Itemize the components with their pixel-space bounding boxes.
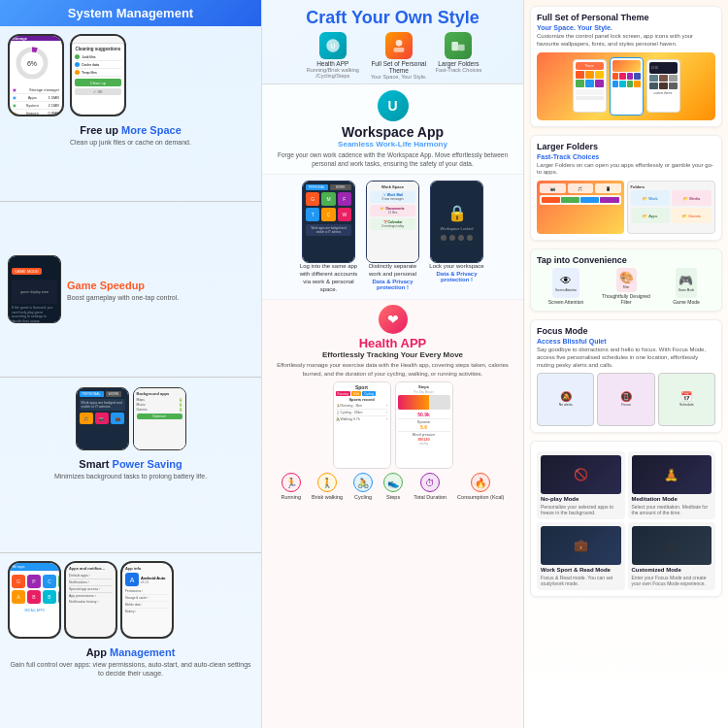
game-section: GAME MODE game display area If the game … (0, 202, 261, 378)
ws-link-3[interactable]: Data & Privacy protection ! (428, 271, 486, 282)
focus-mode-desc: Say goodbye to distractions and hello to… (537, 347, 715, 369)
svg-point-5 (395, 40, 402, 47)
ws-screenshot-2: Work Space 📧 Work Mail 3 new messages 📂 … (364, 181, 422, 293)
craft-subtitle-row: U Health APP Running/Brisk walking /Cycl… (272, 32, 513, 80)
craft-theme-label: Full Set of Personal Theme (370, 60, 428, 74)
tap-screen-label: Screen Attention (548, 299, 584, 305)
craft-health-label: Health APP (316, 60, 348, 67)
mode-meditation: 🧘 Meditation Mode Select your meditation… (628, 451, 716, 519)
left-sections: Storage 6% ▣Storage mana (0, 26, 261, 728)
customized-phone: ⚙ (632, 526, 712, 565)
theme-phones-display: Theme (537, 52, 715, 120)
game-title: Game Speedup (67, 280, 179, 291)
folders-section: Larger Folders Fast-Track Choices Larger… (530, 135, 722, 242)
theme-title-area: Full Set of Personal Theme Your Space. Y… (537, 13, 715, 49)
ws-phone-2: Work Space 📧 Work Mail 3 new messages 📂 … (366, 181, 419, 263)
ws-link-2[interactable]: Data & Privacy protection ! (364, 279, 422, 290)
theme-phone-display-3: 12:30 custom theme (646, 59, 680, 113)
tap-filter: 🎨 Filter Thoughtfully Designed Filter (597, 268, 655, 305)
free-space-desc: Clean up junk files or cache on demand. (70, 138, 191, 147)
modes-grid: 🚫 No-play Mode Personalize your selected… (537, 451, 715, 590)
no-play-phone: 🚫 (541, 455, 621, 494)
craft-title: Craft Your Own Style (272, 8, 513, 28)
customized-title: Customized Mode (632, 567, 712, 573)
svg-text:U: U (330, 43, 335, 50)
health-desc: Effortlessly manage your exercise data w… (272, 361, 513, 378)
theme-section: Full Set of Personal Theme Your Space. Y… (530, 6, 722, 127)
folders-phone-2: Folders 📂 Work 📂 Media 📂 Apps 📂 Games (627, 181, 716, 234)
craft-item-folders: Larger Folders Fast-Track Choices (436, 32, 481, 80)
theme-phone-display-2 (610, 57, 644, 116)
app-mgmt-phone-3: App info A Android Autov8.2.6 Permission… (120, 561, 174, 639)
ws-phone-1: PERSONAL WORK G M F T C W Work apps (302, 181, 355, 263)
storage-donut: 6% (13, 44, 51, 83)
health-subtitle: Effortlessly Tracking Your Every Move (272, 350, 513, 359)
ws-desc-3: Lock your workspace (429, 263, 483, 271)
folders-phone-1: 📷 🎵 📱 (537, 181, 624, 234)
health-logo: ❤ (379, 305, 408, 334)
app-mgmt-desc: Gain full control over apps: view permis… (8, 660, 253, 678)
mode-work-sport: 💼 Work Sport & Read Mode Focus & Read mo… (537, 522, 625, 590)
focus-mode-section: Focus Mode Access Blissful Quiet Say goo… (530, 319, 722, 432)
power-phone-1: PERSONAL WORK Work apps are badged and v… (76, 387, 129, 450)
workspace-section: U Workspace App Seamless Work-Life Harmo… (262, 84, 523, 175)
ws-desc-1: Log into the same app with different acc… (300, 263, 358, 293)
meditation-desc: Select your meditation. Meditate for the… (632, 504, 712, 515)
workspace-subtitle: Seamless Work-Life Harmony (272, 140, 513, 149)
power-phones: PERSONAL WORK Work apps are badged and v… (76, 387, 186, 450)
folders-phones-row: 📷 🎵 📱 Folders (537, 181, 715, 234)
workspace-title: Workspace App (272, 124, 513, 140)
health-section: ❤ Health APP Effortlessly Tracking Your … (262, 300, 523, 728)
theme-section-title: Full Set of Personal Theme (537, 13, 715, 22)
power-title: Smart Power Saving (54, 458, 207, 470)
tap-convenience-section: Tap into Convenience 👁 Screen Attention … (530, 248, 722, 312)
free-space-title: Free up More Space (70, 124, 191, 136)
cleaning-phone: Cleaning suggestions Junk files Cache da… (70, 34, 126, 116)
game-phone: GAME MODE game display area If the game … (8, 255, 61, 323)
focus-mode-subtitle: Access Blissful Quiet (537, 338, 715, 345)
tap-phone-filter: 🎨 Filter (616, 268, 637, 292)
svg-rect-7 (452, 42, 459, 50)
theme-section-subtitle: Your Space. Your Style. (537, 24, 715, 31)
focus-phone-1: 🔕 No alerts (537, 373, 594, 426)
workspace-screenshots: PERSONAL WORK G M F T C W Work apps (262, 175, 523, 300)
svg-rect-6 (393, 48, 404, 52)
main-grid: System Management Storage (0, 0, 728, 728)
activity-brisk-walking: 🚶 Brisk walking (312, 473, 343, 500)
workspace-logo: U (378, 90, 409, 121)
meditation-phone: 🧘 (632, 455, 712, 494)
app-mgmt-title: App Management (8, 646, 253, 658)
tap-phone-game-mode: 🎮 Game Mode (676, 268, 698, 298)
activity-consumption: 🔥 Consumption (Kcal) (457, 473, 504, 500)
work-sport-phone: 💼 (541, 526, 621, 565)
storage-section: Storage 6% ▣Storage mana (0, 26, 261, 202)
middle-column: Craft Your Own Style U Health APP Runnin… (262, 0, 524, 728)
ws-phone-3: 🔒 Workspace Locked (430, 181, 483, 263)
ws-screenshot-1: PERSONAL WORK G M F T C W Work apps (300, 181, 358, 293)
meditation-title: Meditation Mode (632, 496, 712, 502)
mode-customized: ⚙ Customized Mode Enter your Focus Mode … (628, 522, 716, 590)
power-section: PERSONAL WORK Work apps are badged and v… (0, 378, 261, 553)
work-sport-desc: Focus & Read mode. You can set study/wor… (541, 575, 621, 586)
craft-item-health: U Health APP Running/Brisk walking /Cycl… (304, 32, 362, 80)
tap-phone-screen-attention: 👁 Screen Attention (552, 268, 579, 298)
tap-game-label: Game Mode (673, 299, 700, 305)
focus-phone-3: 📅 Schedule (658, 373, 715, 426)
craft-health-sublabel: Running/Brisk walking /Cycling/Steps (304, 67, 362, 79)
theme-phone-display-1: Theme (573, 59, 607, 113)
craft-header: Craft Your Own Style U Health APP Runnin… (262, 0, 523, 84)
craft-folders-sublabel: Fast-Track Choices (436, 67, 481, 73)
customized-desc: Enter your Focus Mode and create your ow… (632, 575, 712, 586)
app-mgmt-section: All apps G P C A A B B C (0, 553, 261, 728)
craft-item-theme: Full Set of Personal Theme Your Space, Y… (370, 32, 428, 80)
svg-rect-8 (458, 45, 465, 51)
power-desc: Minimizes background tasks to prolong ba… (54, 472, 207, 480)
left-header: System Management (0, 0, 261, 26)
folders-subtitle: Fast-Track Choices (537, 153, 715, 160)
tap-title: Tap into Convenience (537, 255, 715, 265)
left-title: System Management (68, 6, 193, 20)
ws-screenshot-3: 🔒 Workspace Locked Lock your workspace D… (428, 181, 486, 293)
health-icon: U (319, 32, 347, 59)
folders-icon (445, 32, 472, 59)
craft-theme-sublabel: Your Space, Your Style. (371, 74, 427, 80)
